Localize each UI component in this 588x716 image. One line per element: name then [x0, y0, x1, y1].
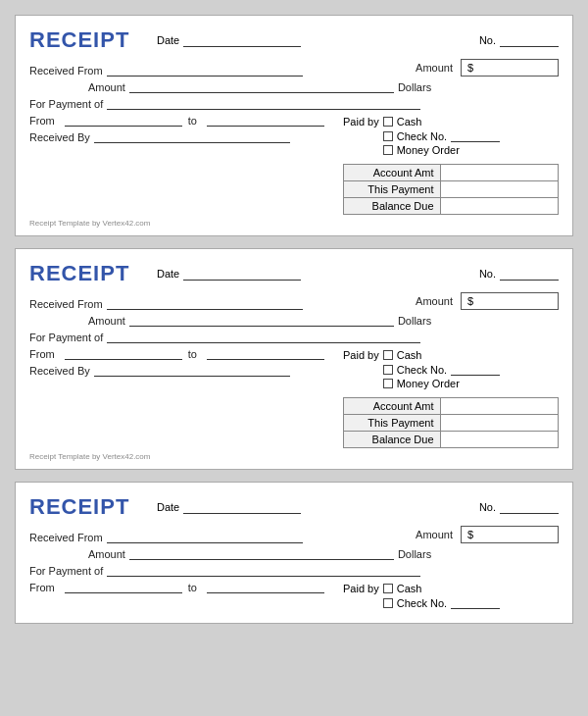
receipt-3-title: RECEIPT	[29, 494, 147, 520]
dollars-line	[129, 80, 394, 93]
for-payment-label-2: For Payment of	[29, 332, 103, 343]
cash-checkbox-3	[383, 584, 393, 593]
receipt-3-from-to-paid: From to Paid by Cash Check No.	[29, 581, 559, 613]
receipt-3: RECEIPT Date No. Received From Amount $ …	[15, 482, 573, 624]
payment-line-3	[107, 564, 420, 577]
received-from-label-3: Received From	[29, 532, 103, 543]
check-row-2: Check No.	[383, 363, 500, 376]
received-from-label-2: Received From	[29, 298, 103, 310]
from-to-row: From to	[29, 114, 333, 127]
from-line	[65, 114, 182, 127]
dollars-label-2: Dollars	[398, 315, 431, 327]
receipt-1-header: RECEIPT Date No.	[29, 27, 559, 53]
dollar-box: $	[461, 59, 559, 77]
this-payment-value-2	[440, 415, 558, 432]
dollar-sign-3: $	[467, 529, 473, 540]
dollar-sign: $	[467, 62, 473, 74]
from-label-2: From	[29, 348, 55, 360]
from-line-3	[65, 581, 182, 593]
this-payment-label: This Payment	[344, 181, 441, 198]
receipt-2-from-to-paid: From to Received By Paid by Cash	[29, 347, 559, 448]
dollars-line-2	[129, 314, 394, 327]
payment-line-2	[107, 331, 420, 343]
checkboxes: Cash Check No. Money Order	[383, 116, 500, 156]
for-payment-label: For Payment of	[29, 98, 103, 110]
from-to-section-3: From to	[29, 581, 343, 597]
checkboxes-2: Cash Check No. Money Order	[383, 349, 500, 389]
to-label-3: to	[188, 582, 197, 593]
receipt-2-payment-row: For Payment of	[29, 331, 559, 343]
date-label-text: Date	[157, 34, 179, 46]
date-label-2: Date	[157, 268, 179, 280]
amount-section-2: Amount $	[416, 292, 559, 310]
payment-line	[107, 97, 420, 110]
date-line-3	[183, 501, 301, 514]
paid-by-label-3: Paid by	[343, 583, 379, 594]
dollar-box-2: $	[461, 292, 559, 310]
received-by-label-2: Received By	[29, 365, 90, 377]
receipt-3-date-no: Date No.	[147, 501, 559, 514]
paid-by-section-2: Paid by Cash Check No. Money Order	[343, 347, 559, 448]
receipt-2-title: RECEIPT	[29, 261, 147, 286]
receipt-1-received-row: Received From Amount $	[29, 59, 559, 77]
this-payment-value	[440, 181, 558, 198]
paid-by-section-3: Paid by Cash Check No.	[343, 581, 559, 613]
balance-due-value-2	[440, 432, 558, 448]
amount-dollars-label: Amount	[88, 81, 125, 93]
date-line	[183, 34, 301, 47]
check-row-3: Check No.	[383, 596, 500, 609]
to-label-2: to	[188, 348, 197, 360]
received-by-line	[94, 130, 290, 143]
this-payment-row-2: This Payment	[344, 415, 559, 432]
received-by-row: Received By	[29, 130, 333, 143]
from-to-row-3: From to	[29, 581, 333, 593]
check-label-2: Check No.	[397, 364, 447, 376]
cash-label-2: Cash	[397, 349, 422, 361]
money-order-row-2: Money Order	[383, 378, 500, 389]
dollar-box-3: $	[461, 526, 559, 543]
amount-label-3: Amount	[416, 529, 453, 540]
balance-due-label: Balance Due	[344, 198, 441, 215]
money-order-checkbox	[383, 145, 393, 155]
received-by-label: Received By	[29, 131, 90, 143]
received-from-label: Received From	[29, 65, 103, 77]
account-table: Account Amt This Payment Balance Due	[343, 164, 559, 215]
check-checkbox-3	[383, 598, 393, 608]
received-from-line-2	[107, 297, 303, 310]
dollars-label: Dollars	[398, 81, 431, 93]
receipt-1-title: RECEIPT	[29, 27, 147, 53]
receipt-3-dollars-row: Amount Dollars	[29, 547, 559, 560]
receipt-3-payment-row: For Payment of	[29, 564, 559, 577]
to-line	[207, 114, 324, 127]
to-line-3	[207, 581, 324, 593]
balance-due-label-2: Balance Due	[344, 432, 441, 448]
from-line-2	[65, 347, 182, 360]
no-line-2	[500, 268, 559, 281]
paid-by-row: Paid by Cash Check No. Money Order	[343, 116, 559, 156]
to-label: to	[188, 115, 197, 127]
check-no-line-3	[451, 596, 500, 609]
account-amt-row-2: Account Amt	[344, 398, 559, 415]
account-amt-label-2: Account Amt	[344, 398, 441, 415]
from-to-section: From to Received By	[29, 114, 343, 149]
money-order-checkbox-2	[383, 379, 393, 388]
this-payment-label-2: This Payment	[344, 415, 441, 432]
cash-checkbox	[383, 117, 393, 127]
money-order-label-2: Money Order	[397, 378, 460, 389]
account-amt-label: Account Amt	[344, 165, 441, 181]
cash-label: Cash	[397, 116, 422, 128]
date-line-2	[183, 268, 301, 281]
receipt-1-no-label: No.	[479, 34, 559, 47]
dollars-line-3	[129, 547, 394, 560]
check-checkbox	[383, 131, 393, 141]
received-from-line	[107, 64, 303, 77]
receipt-3-no-label: No.	[479, 501, 559, 514]
receipt-3-date-label: Date	[157, 501, 301, 514]
check-checkbox-2	[383, 365, 393, 375]
balance-due-row-2: Balance Due	[344, 432, 559, 448]
no-label-3: No.	[479, 501, 496, 513]
cash-row-3: Cash	[383, 583, 500, 594]
amount-label: Amount	[416, 62, 453, 74]
account-amt-value-2	[440, 398, 558, 415]
check-label: Check No.	[397, 130, 447, 142]
